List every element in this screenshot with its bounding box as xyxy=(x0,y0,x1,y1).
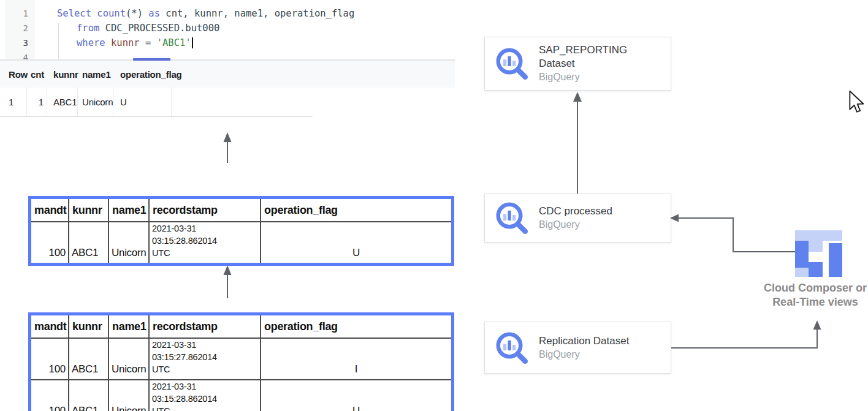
sql-keyword: where xyxy=(77,37,111,48)
connector-composer-to-cdc-card xyxy=(668,212,800,258)
cell-recordstamp: 2021-03-31 03:15:27.862014 UTC xyxy=(149,338,261,380)
cell-operation-flag: U xyxy=(261,380,451,411)
composer-caption: Cloud Composer or Real-Time views xyxy=(763,281,868,309)
connector-replication-card-to-composer xyxy=(667,319,825,352)
line-number: 2 xyxy=(0,23,32,33)
cell-recordstamp: 2021-03-31 03:15:28.862014 UTC xyxy=(149,380,261,411)
results-header-cnt: cnt xyxy=(27,61,47,88)
results-header-operation-flag: operation_flag xyxy=(113,61,172,88)
header-name1: name1 xyxy=(108,199,149,222)
results-header-name1: name1 xyxy=(78,61,113,88)
header-name1: name1 xyxy=(108,315,149,338)
table-header-row: mandt kunnr name1 recordstamp operation_… xyxy=(31,315,451,338)
table-header-row: mandt kunnr name1 recordstamp operation_… xyxy=(31,199,451,222)
arrow-up-replication-to-cdc xyxy=(221,265,234,299)
cell-name1: Unicorn xyxy=(108,222,149,263)
line-number: 1 xyxy=(0,9,32,18)
table-row: 100 ABC1 Unicorn 2021-03-31 03:15:27.862… xyxy=(31,338,451,380)
mouse-pointer-icon xyxy=(848,90,866,116)
cell-recordstamp: 2021-03-31 03:15:28.862014 UTC xyxy=(149,222,261,263)
composer-caption-line2: Real-Time views xyxy=(763,295,868,309)
text-caret xyxy=(192,37,193,48)
card-title: Replication Dataset xyxy=(539,334,658,348)
card-cdc-processed: CDC processed BigQuery xyxy=(484,194,671,243)
cell-operation-flag: I xyxy=(261,338,451,380)
sql-string: 'ABC1' xyxy=(157,37,191,48)
cdc-processed-table: mandt kunnr name1 recordstamp operation_… xyxy=(28,196,454,266)
header-recordstamp: recordstamp xyxy=(149,199,261,222)
sql-punct: (*) xyxy=(126,8,148,19)
cell-mandt: 100 xyxy=(31,380,69,411)
header-kunnr: kunnr xyxy=(69,315,108,338)
cell-filler xyxy=(172,88,455,116)
timestamp: 2021-03-31 03:15:28.862014 xyxy=(152,380,260,405)
cell-kunnr: ABC1 xyxy=(47,88,78,116)
cell-name1: Unicorn xyxy=(78,88,113,116)
card-product: BigQuery xyxy=(539,348,658,361)
timezone: UTC xyxy=(152,405,260,411)
card-title: SAP_REPORTING Dataset xyxy=(539,43,658,70)
sql-column-ref: kunnr xyxy=(111,37,145,48)
cell-kunnr: ABC1 xyxy=(69,338,108,380)
header-recordstamp: recordstamp xyxy=(149,315,261,338)
card-product: BigQuery xyxy=(539,70,658,84)
card-product: BigQuery xyxy=(539,218,658,232)
cell-operation-flag: U xyxy=(113,88,172,116)
cell-cnt: 1 xyxy=(27,88,47,116)
code-line-1[interactable]: 1 Select count(*) as cnt, kunnr, name1, … xyxy=(0,6,455,21)
results-data-row: 1 1 ABC1 Unicorn U xyxy=(0,88,455,116)
cloud-composer-icon xyxy=(795,230,842,277)
code-text: where kunnr = 'ABC1' xyxy=(32,37,193,48)
timestamp: 2021-03-31 03:15:27.862014 xyxy=(152,339,260,363)
header-mandt: mandt xyxy=(31,315,69,338)
cell-operation-flag: U xyxy=(261,222,451,263)
code-line-2[interactable]: 2 from CDC_PROCESSED.but000 xyxy=(0,21,455,36)
timezone: UTC xyxy=(152,363,260,375)
replication-dataset-table: mandt kunnr name1 recordstamp operation_… xyxy=(28,312,454,411)
results-header-kunnr: kunnr xyxy=(47,61,78,88)
line-number: 4 xyxy=(0,53,32,59)
cell-row-number: 1 xyxy=(0,88,27,116)
bigquery-icon xyxy=(485,200,539,236)
header-operation-flag: operation_flag xyxy=(261,199,451,222)
header-operation-flag: operation_flag xyxy=(261,315,451,338)
results-header-row: Row cnt kunnr name1 operation_flag xyxy=(0,59,455,88)
composer-caption-line1: Cloud Composer or xyxy=(763,281,868,295)
header-mandt: mandt xyxy=(31,199,69,222)
code-text: Select count(*) as cnt, kunnr, name1, op… xyxy=(32,8,354,19)
arrow-up-cdc-card-to-sap-card xyxy=(571,91,584,194)
arrow-up-cdc-to-results xyxy=(221,132,234,164)
card-title: CDC processed xyxy=(539,205,658,218)
timestamp: 2021-03-31 03:15:28.862014 xyxy=(152,222,260,247)
cell-name1: Unicorn xyxy=(108,338,149,380)
sql-editor[interactable]: 1 Select count(*) as cnt, kunnr, name1, … xyxy=(0,0,455,59)
cell-kunnr: ABC1 xyxy=(69,380,108,411)
cell-kunnr: ABC1 xyxy=(69,222,108,263)
card-replication-dataset: Replication Dataset BigQuery xyxy=(484,322,671,374)
cell-mandt: 100 xyxy=(31,338,69,380)
results-bottom-border xyxy=(0,116,313,117)
query-results-grid: Row cnt kunnr name1 operation_flag 1 1 A… xyxy=(0,59,455,117)
line-number-active: 3 xyxy=(0,38,32,48)
header-kunnr: kunnr xyxy=(69,199,108,222)
table-row: 100 ABC1 Unicorn 2021-03-31 03:15:28.862… xyxy=(31,222,451,263)
bigquery-icon xyxy=(485,45,539,82)
sql-operator: = xyxy=(145,37,157,48)
code-line-4[interactable]: 4 xyxy=(0,50,455,59)
sql-columns: cnt, kunnr, name1, operation_flag xyxy=(160,8,354,19)
code-line-3[interactable]: 3 where kunnr = 'ABC1' xyxy=(0,36,455,50)
cell-mandt: 100 xyxy=(31,222,69,263)
results-header-row-col: Row xyxy=(0,61,27,88)
sql-table-ref: CDC_PROCESSED.but000 xyxy=(105,23,220,34)
sql-keyword: Select xyxy=(57,8,97,19)
timezone: UTC xyxy=(152,247,260,259)
card-sap-reporting-dataset: SAP_REPORTING Dataset BigQuery xyxy=(484,37,671,91)
code-text: from CDC_PROCESSED.but000 xyxy=(32,23,219,34)
table-row: 100 ABC1 Unicorn 2021-03-31 03:15:28.862… xyxy=(31,380,451,411)
page-canvas: 1 Select count(*) as cnt, kunnr, name1, … xyxy=(0,0,868,411)
bigquery-icon xyxy=(485,330,539,366)
cell-name1: Unicorn xyxy=(108,380,149,411)
sql-function: count xyxy=(97,8,126,19)
sql-keyword: from xyxy=(77,23,105,34)
editor-tab-indicator xyxy=(133,58,170,61)
